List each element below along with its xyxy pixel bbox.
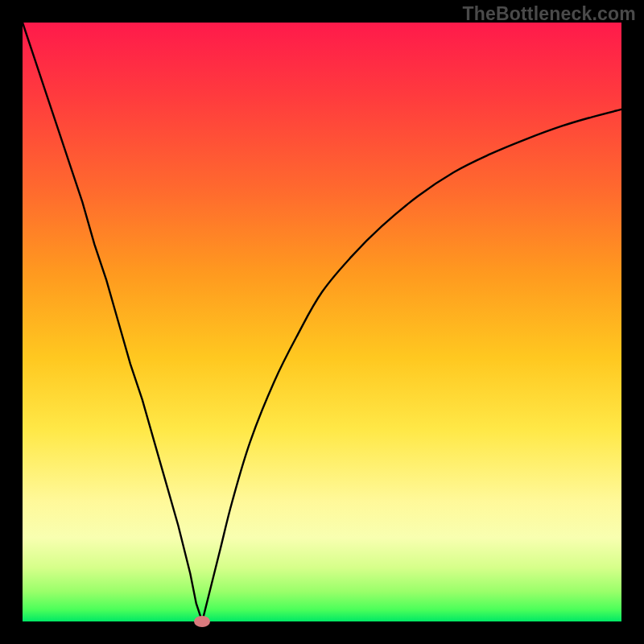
chart-frame: TheBottleneck.com: [0, 0, 644, 644]
watermark-text: TheBottleneck.com: [462, 3, 636, 25]
bottleneck-curve: [23, 23, 621, 621]
plot-area: [23, 23, 621, 621]
minimum-marker: [194, 616, 210, 627]
curve-path: [23, 23, 621, 621]
